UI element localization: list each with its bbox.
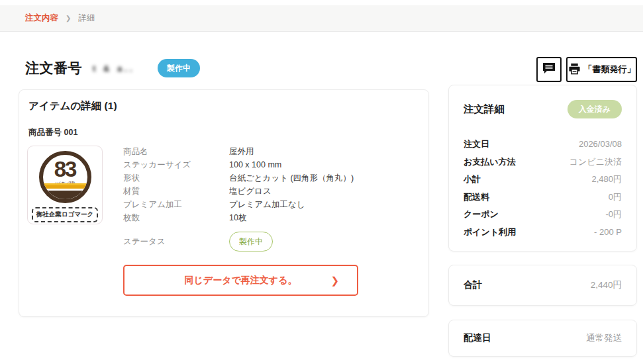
item-card-title: アイテムの詳細 (1)	[28, 99, 117, 113]
item-status-badge: 製作中	[229, 232, 273, 251]
document-issue-button[interactable]: 「書類発行」	[566, 57, 637, 82]
delivery-card: 配達日 通常発送	[448, 320, 637, 357]
row-shipping-fee: 配送料 0円	[464, 189, 622, 206]
row-order-date: 注文日 2026/03/08	[464, 136, 622, 154]
order-status-badge: 製作中	[158, 59, 200, 77]
product-details-list: 商品名 屋外用 ステッカーサイズ 100 x 100 mm 形状 台紙ごとカット…	[123, 145, 354, 224]
logo-circle: 83 ハチサン活動	[39, 151, 91, 203]
logo-caption: 御社企業ロゴマーク	[32, 207, 98, 222]
printer-icon	[568, 63, 581, 77]
logo-number: 83	[54, 158, 76, 180]
detail-row-shape: 形状 台紙ごとカット (四角形（角丸）)	[123, 171, 354, 185]
total-value: 2,440円	[591, 279, 622, 291]
order-summary-title: 注文詳細	[464, 103, 505, 116]
document-issue-label: 「書類発行」	[584, 64, 636, 75]
breadcrumb-link-order-contents[interactable]: 注文内容	[25, 13, 58, 24]
product-thumbnail[interactable]: 83 ハチサン活動 御社企業ロゴマーク	[27, 146, 103, 224]
row-payment-method: お支払い方法 コンビニ決済	[464, 154, 622, 171]
item-detail-card: アイテムの詳細 (1) 商品番号 001 83 ハチサン活動 御社企業ロゴマーク…	[19, 89, 429, 317]
row-points-used: ポイント利用 - 200 P	[464, 224, 622, 242]
product-number: 商品番号 001	[28, 127, 77, 138]
detail-row-material: 材質 塩ビグロス	[123, 185, 354, 198]
order-summary-header: 注文詳細 入金済み	[464, 100, 622, 118]
logo-bottom-band	[43, 191, 87, 199]
order-summary-rows: 注文日 2026/03/08 お支払い方法 コンビニ決済 小計 2,480円 配…	[464, 136, 622, 242]
order-number-redacted: t & a..	[93, 64, 148, 73]
detail-row-premium: プレミアム加工 プレミアム加工なし	[123, 198, 354, 211]
order-header: 注文番号 t & a.. 製作中	[25, 56, 200, 81]
status-row: ステータス 製作中	[123, 232, 273, 251]
chat-icon	[542, 62, 556, 77]
chat-button[interactable]	[536, 57, 562, 82]
detail-row-quantity: 枚数 10枚	[123, 211, 354, 224]
detail-row-product-name: 商品名 屋外用	[123, 145, 354, 158]
delivery-date-label: 配達日	[464, 332, 491, 344]
status-label: ステータス	[123, 236, 229, 248]
page-title: 注文番号	[25, 59, 82, 77]
chevron-right-icon: ❯	[66, 15, 71, 22]
breadcrumb: 注文内容 ❯ 詳細	[0, 5, 643, 32]
row-coupon: クーポン -0円	[464, 206, 622, 224]
detail-row-sticker-size: ステッカーサイズ 100 x 100 mm	[123, 158, 354, 171]
delivery-date-value: 通常発送	[586, 332, 622, 344]
order-detail-page: 注文内容 ❯ 詳細 注文番号 t & a.. 製作中	[0, 0, 643, 364]
reorder-button-label: 同じデータで再注文する。	[185, 275, 297, 287]
payment-status-badge: 入金済み	[568, 100, 622, 118]
logo-gold-stripe	[43, 183, 87, 189]
breadcrumb-current-detail: 詳細	[78, 13, 95, 24]
total-label: 合計	[464, 279, 482, 291]
row-subtotal: 小計 2,480円	[464, 171, 622, 189]
header-buttons: 「書類発行」	[536, 57, 637, 82]
reorder-button[interactable]: 同じデータで再注文する。 ❯	[123, 265, 358, 296]
total-card: 合計 2,440円	[448, 265, 637, 306]
chevron-right-icon: ❯	[330, 275, 339, 287]
order-detail-summary-card: 注文詳細 入金済み 注文日 2026/03/08 お支払い方法 コンビニ決済 小…	[448, 85, 637, 251]
